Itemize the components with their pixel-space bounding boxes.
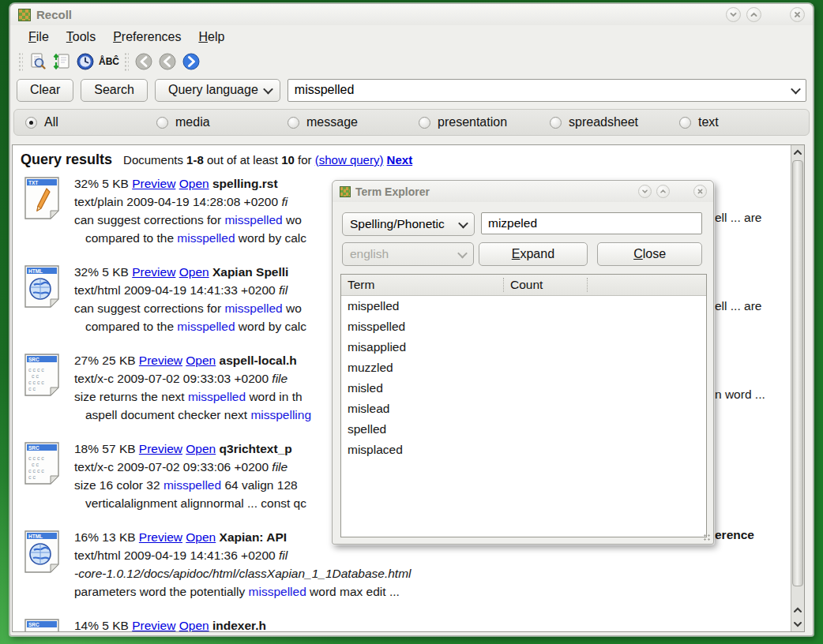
arrow-up-icon: [793, 606, 802, 614]
filter-spreadsheet[interactable]: spreadsheet: [550, 115, 638, 129]
term-input[interactable]: mizpeled: [481, 212, 702, 234]
next-link[interactable]: Next: [387, 153, 413, 167]
arrow-down-icon: [793, 620, 802, 628]
filter-text[interactable]: text: [679, 115, 719, 129]
term-row[interactable]: misled: [341, 378, 706, 399]
svg-text:c c: c c: [28, 386, 36, 391]
term-explorer-titlebar[interactable]: Term Explorer: [333, 181, 713, 202]
query-language-dropdown[interactable]: Query language: [155, 79, 280, 102]
minimize-button[interactable]: [726, 7, 741, 22]
svg-text:c c c c: c c c c: [28, 455, 44, 461]
vertical-scrollbar[interactable]: [791, 145, 804, 631]
filter-media[interactable]: media: [156, 115, 210, 129]
open-link[interactable]: Open: [186, 442, 216, 455]
result-text-fragment: erence: [715, 528, 754, 542]
window-title: Recoll: [36, 8, 72, 21]
svg-text:SRC: SRC: [28, 445, 39, 451]
next-page-icon[interactable]: [179, 51, 203, 73]
preview-link[interactable]: Preview: [139, 354, 182, 367]
clear-button[interactable]: Clear: [17, 79, 73, 102]
show-query-link[interactable]: (show query): [315, 153, 384, 167]
expansion-mode-dropdown[interactable]: Spelling/Phonetic: [342, 212, 475, 236]
language-dropdown[interactable]: english: [342, 242, 474, 266]
source-file-icon: SRCc c c cc cc c c cc c: [24, 441, 60, 489]
chevron-up-icon: [749, 9, 759, 20]
menu-help[interactable]: Help: [190, 28, 233, 47]
close-button[interactable]: [790, 7, 805, 22]
open-link[interactable]: Open: [179, 619, 209, 631]
chevron-down-icon: [458, 218, 468, 228]
menu-preferences[interactable]: Preferences: [104, 28, 190, 47]
menu-tools[interactable]: Tools: [58, 28, 104, 47]
preview-link[interactable]: Preview: [132, 265, 175, 279]
scroll-up-button[interactable]: [791, 145, 804, 159]
result-line: 14% 5 KB Preview Open indexer.h: [74, 616, 791, 631]
term-row[interactable]: mislead: [341, 399, 706, 419]
html-file-icon: HTML: [24, 264, 60, 312]
toolbar: ÅBĈ: [10, 48, 813, 75]
filter-presentation[interactable]: presentation: [419, 115, 507, 129]
advanced-search-icon[interactable]: [26, 51, 50, 73]
search-input[interactable]: misspelled: [287, 79, 806, 102]
term-column-header[interactable]: Term: [341, 275, 504, 295]
expand-button[interactable]: Expand: [479, 242, 588, 266]
chevron-down-icon: [791, 84, 801, 94]
preview-link[interactable]: Preview: [139, 530, 182, 544]
recoll-app-icon: [18, 9, 31, 21]
scroll-down-button[interactable]: [791, 617, 804, 631]
query-results-header: Query resultsDocuments 1-8 out of at lea…: [19, 150, 791, 168]
dialog-minimize-button[interactable]: [638, 185, 652, 198]
term-row[interactable]: misplaced: [341, 440, 706, 460]
count-column-header[interactable]: Count: [504, 275, 588, 295]
svg-text:c c: c c: [32, 373, 39, 379]
desktop: Recoll FileToolsPreferencesHelp: [0, 0, 823, 644]
chevron-down-icon: [263, 84, 273, 94]
svg-text:c c c c: c c c c: [28, 468, 44, 474]
open-link[interactable]: Open: [179, 265, 209, 279]
svg-text:HTML: HTML: [28, 268, 43, 274]
result-item[interactable]: SRCc c c cc cc c c cc c14% 5 KB Preview …: [19, 616, 791, 631]
chevron-down-icon: [457, 248, 468, 258]
preview-link[interactable]: Preview: [132, 177, 175, 190]
prev-page-icon[interactable]: [156, 51, 179, 73]
menu-file[interactable]: File: [20, 28, 58, 47]
term-table: Term Count mispelledmisspelledmisapplied…: [340, 274, 707, 537]
term-row[interactable]: mispelled: [341, 296, 706, 316]
close-button[interactable]: Close: [597, 242, 702, 266]
maximize-button[interactable]: [746, 7, 761, 22]
history-icon[interactable]: [73, 51, 97, 73]
scrollbar-thumb[interactable]: [792, 160, 803, 586]
term-row[interactable]: muzzled: [341, 358, 706, 378]
preview-link[interactable]: Preview: [139, 442, 182, 455]
dialog-close-button[interactable]: [693, 185, 707, 198]
radio-icon: [550, 117, 562, 129]
filter-message[interactable]: message: [287, 115, 358, 129]
radio-icon: [156, 117, 168, 129]
resize-grip[interactable]: [703, 534, 711, 541]
toolbar-grip[interactable]: [124, 52, 129, 71]
term-row[interactable]: misspelled: [341, 316, 706, 337]
open-link[interactable]: Open: [179, 177, 209, 190]
sort-parameters-icon[interactable]: [50, 51, 73, 73]
source-file-icon: SRCc c c cc cc c c cc c: [24, 618, 60, 631]
first-page-icon[interactable]: [132, 51, 156, 73]
term-row[interactable]: spelled: [341, 419, 706, 440]
category-filter-bar: Allmediamessagepresentationspreadsheette…: [13, 109, 810, 136]
filter-all[interactable]: All: [25, 115, 58, 129]
dialog-title: Term Explorer: [355, 185, 430, 198]
term-row[interactable]: misapplied: [341, 337, 706, 358]
preview-link[interactable]: Preview: [132, 619, 175, 631]
term-explorer-icon[interactable]: ÅBĈ: [97, 51, 121, 73]
open-link[interactable]: Open: [186, 354, 216, 367]
radio-icon: [25, 117, 37, 129]
svg-text:c c c c: c c c c: [28, 380, 44, 385]
toolbar-grip[interactable]: [18, 52, 23, 71]
result-line: text/html 2009-04-19 14:41:36 +0200 fil: [74, 546, 791, 564]
titlebar[interactable]: Recoll: [10, 4, 813, 25]
scroll-up-button-bottom[interactable]: [791, 603, 804, 616]
search-button[interactable]: Search: [81, 79, 148, 102]
open-link[interactable]: Open: [186, 530, 216, 544]
svg-text:SRC: SRC: [28, 357, 39, 362]
radio-icon: [679, 117, 691, 129]
dialog-maximize-button[interactable]: [656, 185, 670, 198]
